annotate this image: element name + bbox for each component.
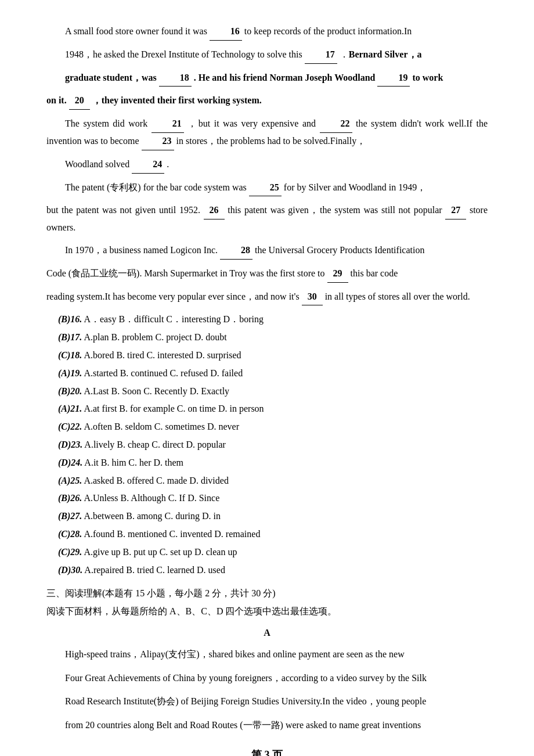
p10-text: Code (食品工业统一码). Marsh Supermarket in Tro… <box>46 268 325 278</box>
answer-21: (A)21. <box>58 404 82 413</box>
blank-18: 18 <box>159 70 192 87</box>
answer-18: (C)18. <box>58 350 82 360</box>
chinese-instruction-1: 三、阅读理解(本题有 15 小题，每小题 2 分，共计 30 分) <box>46 585 488 602</box>
options-29: A.give up B. put up C. set up D. clean u… <box>84 547 237 557</box>
blank-26: 26 <box>204 202 225 219</box>
p2-text: 1948，he asked the Drexel Institute of Te… <box>65 49 302 59</box>
choice-29: (C)29. A.give up B. put up C. set up D. … <box>46 544 488 561</box>
options-23: A.lively B. cheap C. direct D. popular <box>84 440 226 449</box>
paragraph-10: Code (食品工业统一码). Marsh Supermarket in Tro… <box>46 265 488 283</box>
p11-text: reading system.It has become very popula… <box>46 291 300 301</box>
choice-27: (B)27. A.between B. among C. during D. i… <box>46 508 488 525</box>
paragraph-2: 1948，he asked the Drexel Institute of Te… <box>46 46 488 64</box>
choice-24: (D)24. A.it B. him C. her D. them <box>46 455 488 471</box>
answer-17: (B)17. <box>58 332 82 342</box>
p3-bold-start: graduate student，was <box>65 73 157 82</box>
options-16: A．easy B．difficult C．interesting D．borin… <box>84 314 263 324</box>
answer-16: (B)16. <box>58 314 82 324</box>
options-21: A.at first B. for example C. on time D. … <box>84 404 264 413</box>
options-27: A.between B. among C. during D. in <box>84 511 221 521</box>
chinese-section: 三、阅读理解(本题有 15 小题，每小题 2 分，共计 30 分) 阅读下面材料… <box>46 585 488 620</box>
p4-bold-rest: ，they invented their first working syste… <box>92 95 262 105</box>
p10-rest: this bar code <box>351 268 398 278</box>
blank-22: 22 <box>320 116 352 133</box>
reading-p4-text: from 20 countries along Belt and Road Ro… <box>65 720 421 730</box>
p5-rest3: in stores，the problems had to be solved.… <box>176 136 366 146</box>
p1-rest: to keep records of the product informati… <box>244 26 412 36</box>
choice-18: (C)18. A.bored B. tired C. interested D.… <box>46 347 488 364</box>
choice-19: (A)19. A.started B. continued C. refused… <box>46 365 488 382</box>
p4-bold: on it. <box>46 95 67 105</box>
reading-p4: from 20 countries along Belt and Road Ro… <box>46 717 488 734</box>
options-22: A.often B. seldom C. sometimes D. never <box>84 422 239 431</box>
blank-20: 20 <box>69 92 90 110</box>
reading-p3: Road Research Institute(协会) of Beijing F… <box>46 693 488 710</box>
reading-p2-text: Four Great Achievements of China by youn… <box>65 673 427 683</box>
p6-rest: . <box>167 159 169 169</box>
p7-text: The patent (专利权) for the bar code system… <box>65 182 247 192</box>
paragraph-4: on it. 20 ，they invented their first wor… <box>46 92 488 110</box>
options-30: A.repaired B. tried C. learned D. used <box>84 565 225 575</box>
paragraph-11: reading system.It has become very popula… <box>46 289 488 306</box>
paragraph-5: The system did work 21 ，but it was very … <box>46 116 488 150</box>
p3-bold-rest2: to work <box>412 73 443 82</box>
blank-27: 27 <box>445 202 466 219</box>
p8-text: but the patent was not given until 1952. <box>46 205 200 215</box>
paragraph-9: In 1970，a business named Logicon Inc. 28… <box>46 242 488 260</box>
blank-24: 24 <box>132 156 164 174</box>
p9-text: In 1970，a business named Logicon Inc. <box>65 245 218 255</box>
paragraph-3: graduate student，was 18 . He and his fri… <box>46 70 488 87</box>
choice-28: (C)28. A.found B. mentioned C. invented … <box>46 526 488 543</box>
blank-29: 29 <box>327 265 348 283</box>
blank-30: 30 <box>302 289 323 306</box>
p9-rest: the Universal Grocery Products Identific… <box>255 245 424 255</box>
p2-rest: ．Bernard Silver，a <box>340 49 422 59</box>
blank-28: 28 <box>220 242 252 260</box>
options-18: A.bored B. tired C. interested D. surpri… <box>84 350 241 360</box>
options-19: A.started B. continued C. refused D. fai… <box>84 368 243 378</box>
p11-rest: in all types of stores all over the worl… <box>325 291 470 301</box>
answer-22: (C)22. <box>58 422 82 431</box>
answer-25: (A)25. <box>58 476 82 485</box>
reading-p1: High-speed trains，Alipay(支付宝)，shared bik… <box>46 646 488 663</box>
paragraph-1: A small food store owner found it was 16… <box>46 23 488 41</box>
answer-28: (C)28. <box>58 529 82 539</box>
options-17: A.plan B. problem C. project D. doubt <box>84 332 226 342</box>
paragraph-8: but the patent was not given until 1952.… <box>46 202 488 236</box>
paragraph-7: The patent (专利权) for the bar code system… <box>46 179 488 197</box>
p8-rest: this patent was given，the system was sti… <box>228 205 442 215</box>
choice-23: (D)23. A.lively B. cheap C. direct D. po… <box>46 437 488 453</box>
choice-16: (B)16. A．easy B．difficult C．interesting … <box>46 311 488 328</box>
p5-rest: ，but it was very expensive and <box>187 118 316 128</box>
options-25: A.asked B. offered C. made D. divided <box>84 476 228 485</box>
answer-19: (A)19. <box>58 368 82 378</box>
p2-bold: Bernard Silver，a <box>349 49 422 59</box>
p3-bold-rest: . He and his friend Norman Joseph Woodla… <box>194 73 376 82</box>
p1-text: A small food store owner found it was <box>65 26 207 36</box>
options-20: A.Last B. Soon C. Recently D. Exactly <box>84 386 229 396</box>
options-24: A.it B. him C. her D. them <box>84 458 183 467</box>
blank-21: 21 <box>151 116 184 133</box>
answer-27: (B)27. <box>58 511 82 521</box>
paragraph-6: Woodland solved 24 . <box>46 156 488 174</box>
choice-20: (B)20. A.Last B. Soon C. Recently D. Exa… <box>46 383 488 400</box>
choice-30: (D)30. A.repaired B. tried C. learned D.… <box>46 562 488 579</box>
answer-23: (D)23. <box>58 440 82 449</box>
p7-rest: for by Silver and Woodland in 1949， <box>284 182 427 192</box>
answer-20: (B)20. <box>58 386 82 396</box>
options-26: A.Unless B. Although C. If D. Since <box>84 493 219 503</box>
blank-25: 25 <box>249 179 282 197</box>
answer-26: (B)26. <box>58 493 82 503</box>
reading-p2: Four Great Achievements of China by youn… <box>46 670 488 687</box>
section-a-title: A <box>46 625 488 642</box>
choice-22: (C)22. A.often B. seldom C. sometimes D.… <box>46 419 488 435</box>
answer-24: (D)24. <box>58 458 82 467</box>
choice-25: (A)25. A.asked B. offered C. made D. div… <box>46 473 488 489</box>
reading-p3-text: Road Research Institute(协会) of Beijing F… <box>65 696 426 706</box>
answer-29: (C)29. <box>58 547 82 557</box>
p5-text: The system did work <box>65 118 147 128</box>
blank-16: 16 <box>210 23 242 41</box>
choice-17: (B)17. A.plan B. problem C. project D. d… <box>46 329 488 346</box>
reading-p1-text: High-speed trains，Alipay(支付宝)，shared bik… <box>65 649 405 659</box>
page-content: A small food store owner found it was 16… <box>46 23 488 756</box>
